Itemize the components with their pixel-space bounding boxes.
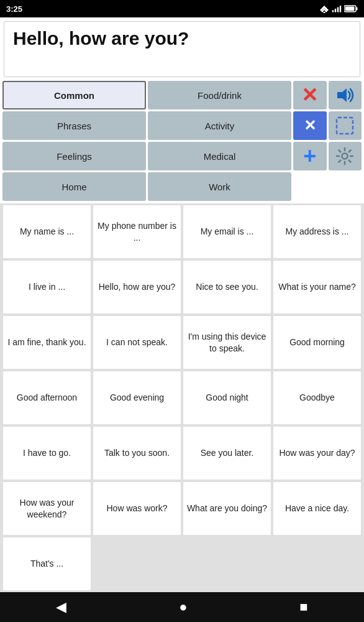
category-btn-medical[interactable]: Medical (148, 142, 291, 170)
recents-button[interactable]: ■ (299, 599, 307, 615)
phrase-button[interactable]: See you later. (183, 426, 271, 480)
speaker-icon (334, 86, 355, 104)
gear-icon (336, 147, 353, 165)
back-button[interactable]: ◀ (56, 599, 66, 615)
category-btn-feelings[interactable]: Feelings (2, 142, 146, 170)
svg-point-12 (342, 154, 348, 159)
phrase-button[interactable]: My address is ... (273, 205, 362, 259)
status-bar: 3:25 (0, 0, 364, 17)
add-button[interactable]: + (293, 142, 327, 170)
category-btn-home[interactable]: Home (2, 172, 146, 201)
text-display: Hello, how are you? (4, 21, 360, 77)
battery-icon (344, 5, 358, 12)
plus-icon: + (303, 145, 316, 167)
signal-icon (332, 4, 342, 13)
svg-rect-6 (340, 6, 341, 12)
phrase-button[interactable]: How was your day? (273, 426, 362, 480)
phrase-button[interactable]: Good morning (273, 315, 362, 369)
phrase-button[interactable]: Good night (183, 371, 271, 425)
svg-rect-11 (337, 118, 353, 134)
phrase-button[interactable]: I am fine, thank you. (2, 315, 91, 369)
phrase-button[interactable]: What is your name? (273, 260, 362, 314)
svg-rect-9 (345, 7, 355, 11)
phrase-button[interactable]: That's ... (2, 537, 91, 591)
status-icons (319, 4, 358, 13)
svg-point-2 (324, 12, 325, 14)
phrase-button[interactable]: I live in ... (2, 260, 91, 314)
category-btn-work[interactable]: Work (148, 172, 291, 201)
phrase-button[interactable]: I'm using this device to speak. (183, 315, 271, 369)
phrase-button[interactable]: Good afternoon (2, 371, 91, 425)
phrase-button[interactable]: How was work? (93, 481, 181, 536)
expand-button[interactable] (329, 111, 362, 140)
svg-line-17 (339, 151, 341, 152)
nav-bar: ◀ ● ■ (0, 592, 364, 622)
wifi-icon (319, 4, 329, 13)
category-grid: CommonFood/drinkPhrasesActivityFeelingsM… (2, 81, 291, 201)
phrase-button[interactable]: I can not speak. (93, 315, 181, 369)
settings-button[interactable] (329, 142, 362, 170)
category-btn-food[interactable]: Food/drink (148, 81, 291, 109)
phrase-grid: My name is ...My phone number is ...My e… (0, 203, 364, 592)
category-btn-activity[interactable]: Activity (148, 111, 291, 140)
phrase-button[interactable]: My name is ... (2, 205, 91, 259)
x-blue-icon: ✕ (304, 117, 316, 134)
svg-line-18 (349, 160, 351, 162)
svg-rect-3 (332, 10, 334, 12)
speak-button[interactable] (329, 81, 362, 109)
clear-button[interactable]: ✕ (293, 81, 327, 109)
category-area: CommonFood/drinkPhrasesActivityFeelingsM… (0, 81, 364, 203)
phrase-button[interactable]: Nice to see you. (183, 260, 271, 314)
svg-rect-4 (335, 9, 336, 12)
controls-grid: ✕ ✕ + (293, 81, 362, 201)
phrase-button[interactable]: Talk to you soon. (93, 426, 181, 480)
svg-line-20 (339, 160, 341, 162)
backspace-button[interactable]: ✕ (293, 111, 327, 140)
svg-rect-5 (337, 7, 339, 12)
phrase-button[interactable]: My email is ... (183, 205, 271, 259)
app-container: Hello, how are you? CommonFood/drinkPhra… (0, 17, 364, 592)
x-red-icon: ✕ (301, 83, 318, 107)
phrase-button[interactable]: I have to go. (2, 426, 91, 480)
phrase-button[interactable]: What are you doing? (183, 481, 271, 536)
phrase-button[interactable]: Have a nice day. (273, 481, 362, 536)
phrase-button[interactable]: Hello, how are you? (93, 260, 181, 314)
svg-marker-10 (337, 88, 347, 102)
category-btn-common[interactable]: Common (2, 81, 146, 109)
category-btn-phrases[interactable]: Phrases (2, 111, 146, 140)
svg-line-19 (349, 151, 351, 152)
phrase-button[interactable]: Goodbye (273, 371, 362, 425)
expand-icon (335, 116, 354, 135)
phrase-button[interactable]: Good evening (93, 371, 181, 425)
status-time: 3:25 (6, 4, 22, 14)
phrase-button[interactable]: How was your weekend? (2, 481, 91, 536)
home-button[interactable]: ● (179, 599, 187, 615)
phrase-button[interactable]: My phone number is ... (93, 205, 181, 259)
svg-rect-8 (357, 7, 358, 11)
